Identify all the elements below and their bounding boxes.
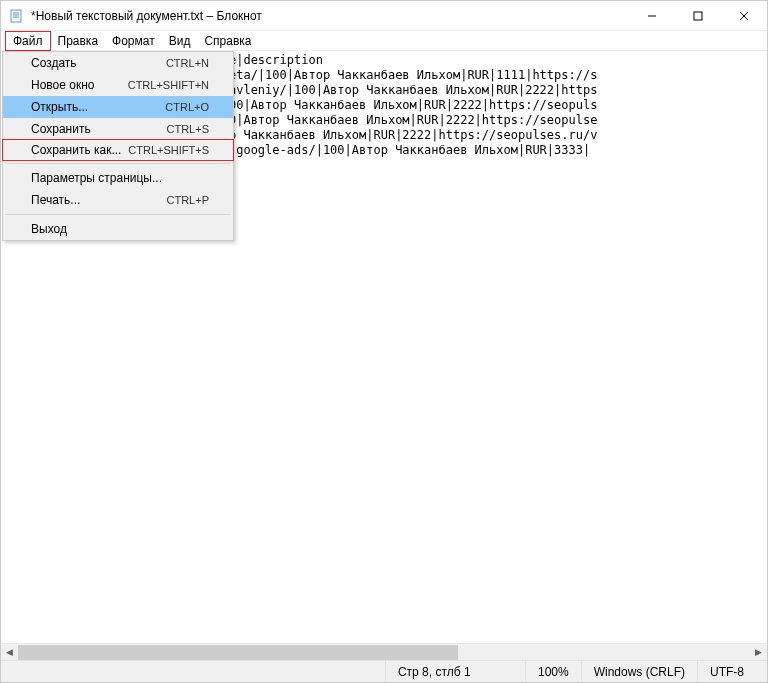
statusbar: Стр 8, стлб 1 100% Windows (CRLF) UTF-8 bbox=[1, 660, 767, 682]
menu-new-window-label: Новое окно bbox=[31, 78, 128, 92]
menu-format[interactable]: Формат bbox=[105, 32, 162, 50]
status-zoom: 100% bbox=[525, 661, 581, 682]
menu-help[interactable]: Справка bbox=[197, 32, 258, 50]
menu-file[interactable]: Файл bbox=[5, 31, 51, 51]
file-menu-dropdown: Создать CTRL+N Новое окно CTRL+SHIFT+N О… bbox=[2, 51, 234, 241]
menu-save-shortcut: CTRL+S bbox=[167, 123, 210, 135]
menu-separator bbox=[5, 214, 231, 215]
menu-create-shortcut: CTRL+N bbox=[166, 57, 209, 69]
status-position: Стр 8, стлб 1 bbox=[385, 661, 525, 682]
svg-rect-5 bbox=[694, 12, 702, 20]
menu-new-window-shortcut: CTRL+SHIFT+N bbox=[128, 79, 209, 91]
notepad-window: *Новый текстовый документ.txt – Блокнот … bbox=[0, 0, 768, 683]
menu-save-as-label: Сохранить как... bbox=[31, 143, 128, 157]
menu-create-label: Создать bbox=[31, 56, 166, 70]
menu-new-window[interactable]: Новое окно CTRL+SHIFT+N bbox=[3, 74, 233, 96]
window-controls bbox=[629, 1, 767, 30]
menu-print-shortcut: CTRL+P bbox=[167, 194, 210, 206]
menu-print[interactable]: Печать... CTRL+P bbox=[3, 189, 233, 211]
menu-page-setup[interactable]: Параметры страницы... bbox=[3, 167, 233, 189]
menu-save-label: Сохранить bbox=[31, 122, 167, 136]
scroll-right-icon[interactable]: ▶ bbox=[750, 644, 767, 661]
menu-save-as-shortcut: CTRL+SHIFT+S bbox=[128, 144, 209, 156]
menu-print-label: Печать... bbox=[31, 193, 167, 207]
scroll-track[interactable] bbox=[18, 644, 750, 660]
menu-exit[interactable]: Выход bbox=[3, 218, 233, 240]
menubar: Файл Правка Формат Вид Справка bbox=[1, 31, 767, 51]
scroll-left-icon[interactable]: ◀ bbox=[1, 644, 18, 661]
menu-exit-label: Выход bbox=[31, 222, 209, 236]
horizontal-scrollbar[interactable]: ◀ ▶ bbox=[1, 643, 767, 660]
titlebar: *Новый текстовый документ.txt – Блокнот bbox=[1, 1, 767, 31]
close-button[interactable] bbox=[721, 1, 767, 30]
menu-view[interactable]: Вид bbox=[162, 32, 198, 50]
menu-save-as[interactable]: Сохранить как... CTRL+SHIFT+S bbox=[2, 139, 234, 161]
menu-page-setup-label: Параметры страницы... bbox=[31, 171, 209, 185]
notepad-icon bbox=[9, 8, 25, 24]
menu-separator bbox=[5, 163, 231, 164]
minimize-button[interactable] bbox=[629, 1, 675, 30]
menu-open-shortcut: CTRL+O bbox=[165, 101, 209, 113]
menu-open[interactable]: Открыть... CTRL+O bbox=[3, 96, 233, 118]
menu-save[interactable]: Сохранить CTRL+S bbox=[3, 118, 233, 140]
svg-rect-0 bbox=[11, 10, 21, 22]
status-eol: Windows (CRLF) bbox=[581, 661, 697, 682]
window-title: *Новый текстовый документ.txt – Блокнот bbox=[31, 9, 629, 23]
maximize-button[interactable] bbox=[675, 1, 721, 30]
menu-edit[interactable]: Правка bbox=[51, 32, 106, 50]
menu-create[interactable]: Создать CTRL+N bbox=[3, 52, 233, 74]
menu-open-label: Открыть... bbox=[31, 100, 165, 114]
scroll-thumb[interactable] bbox=[18, 645, 458, 660]
status-encoding: UTF-8 bbox=[697, 661, 767, 682]
